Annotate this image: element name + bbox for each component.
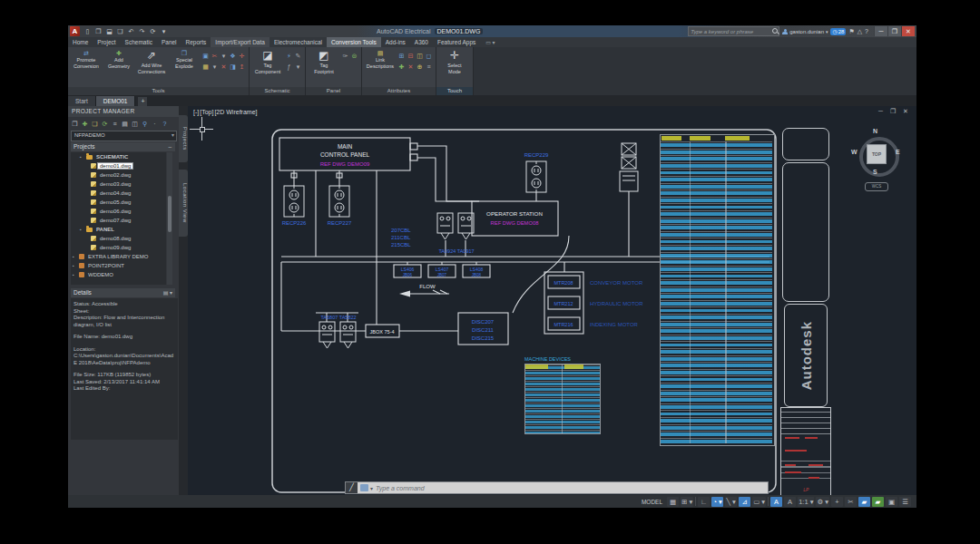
side-tab-projects[interactable]: Projects <box>179 115 188 162</box>
tool-icon[interactable]: ≡ <box>425 63 433 71</box>
tab-conversion-tools[interactable]: Conversion Tools <box>327 37 381 47</box>
tool-icon[interactable]: ✚ <box>397 63 406 71</box>
tree-node-point2point[interactable]: ▪ POINT2POINT <box>71 261 166 270</box>
plug-icon[interactable]: ⚲ <box>141 120 149 128</box>
tool-icon[interactable]: ⊞ <box>397 52 406 60</box>
expand-icon[interactable]: ▪ <box>80 228 84 232</box>
tree-node-demo01[interactable]: demo01.dwg <box>71 161 166 170</box>
drawing-list-icon[interactable]: ▤ <box>121 120 129 128</box>
graphics-performance-icon[interactable]: ▰ <box>858 497 870 507</box>
tab-project[interactable]: Project <box>93 37 120 47</box>
tab-schematic[interactable]: Schematic <box>121 37 157 47</box>
workspace-icon[interactable]: ⟳ <box>149 27 157 35</box>
link-descriptions-button[interactable]: ▤ Link Descriptions <box>365 49 396 69</box>
refresh-icon[interactable]: ⟳ <box>101 120 109 128</box>
new-drawing-tab-button[interactable]: + <box>138 97 147 106</box>
collapse-icon[interactable]: – <box>168 142 172 151</box>
tool-icon[interactable]: ↥ <box>238 63 246 71</box>
tool-icon[interactable]: ⚡ <box>285 52 293 60</box>
annotation-scale-control[interactable]: 1:1 ▾ <box>798 497 814 507</box>
scrollbar-thumb[interactable] <box>168 196 172 232</box>
tool-icon[interactable]: ✕ <box>407 63 415 71</box>
add-geometry-button[interactable]: ✚ Add Geometry <box>103 49 134 69</box>
tree-node-demo03[interactable]: demo03.dwg <box>71 180 166 189</box>
project-copy-icon[interactable]: ❏ <box>91 120 99 128</box>
tree-node-demo07[interactable]: demo07.dwg <box>71 216 166 225</box>
a360-sync-badge[interactable]: ◷ 28 <box>830 28 846 35</box>
command-recent-dropdown-icon[interactable]: ▾ <box>370 485 373 491</box>
tree-node-demo02[interactable]: demo02.dwg <box>71 170 166 180</box>
tab-a360[interactable]: A360 <box>410 37 433 47</box>
share-icon[interactable]: ⚑ <box>848 28 854 35</box>
tree-node-extra-library-demo[interactable]: ▪ EXTRA LIBRARY DEMO <box>71 252 166 261</box>
open-file-icon[interactable]: ❒ <box>94 27 103 35</box>
tab-featured-apps[interactable]: Featured Apps <box>433 37 480 47</box>
more-icon[interactable]: · <box>151 120 159 128</box>
tool-icon[interactable]: ◨ <box>229 63 237 71</box>
viewport-menu[interactable]: [-] <box>193 109 199 115</box>
tree-scrollbar[interactable] <box>167 152 172 285</box>
annotation-visibility-icon[interactable]: A <box>770 497 782 507</box>
tool-icon[interactable]: ⊟ <box>407 52 415 60</box>
annotation-monitor-icon[interactable]: + <box>831 497 843 507</box>
tab-import-export-data[interactable]: Import/Export Data <box>211 37 270 47</box>
special-explode-button[interactable]: ❐ Special Explode <box>169 49 200 69</box>
viewcube-top-face[interactable]: TOP <box>867 144 887 164</box>
undo-icon[interactable]: ↶ <box>127 27 135 35</box>
viewport-controls[interactable]: [-][Top][2D Wireframe] <box>193 109 258 115</box>
customization-icon[interactable]: ☰ <box>899 497 911 507</box>
polar-tracking-icon[interactable]: ◔ ▾ <box>711 497 723 507</box>
ortho-mode-icon[interactable]: ∟ <box>698 497 710 507</box>
compass-west[interactable]: W <box>851 149 858 155</box>
tag-footprint-button[interactable]: ◩ Tag Footprint <box>309 49 339 74</box>
side-tab-location-view[interactable]: Location View <box>179 170 188 237</box>
tree-node-demo04[interactable]: demo04.dwg <box>71 189 166 198</box>
details-section-header[interactable]: Details ▤ ▾ <box>71 288 175 297</box>
tool-icon[interactable]: ❖ <box>229 52 237 60</box>
redo-icon[interactable]: ↷ <box>138 27 146 35</box>
project-open-icon[interactable]: ❒ <box>71 120 79 128</box>
viewcube[interactable]: N W E S TOP WCS <box>851 128 902 197</box>
project-list-icon[interactable]: ≡ <box>111 120 119 128</box>
tree-node-demo05[interactable]: demo05.dwg <box>71 198 166 207</box>
quick-properties-icon[interactable]: ✂ <box>845 497 857 507</box>
tree-node-schematic[interactable]: ▪ SCHEMATIC <box>71 152 166 161</box>
command-prompt[interactable]: Type a command <box>376 485 425 491</box>
command-customize-icon[interactable] <box>360 484 368 491</box>
tool-icon[interactable]: ✛ <box>238 52 246 60</box>
tool-icon[interactable]: ⊕ <box>416 63 424 71</box>
model-space-label[interactable]: MODEL <box>642 499 662 505</box>
tree-node-demo09[interactable]: demo09.dwg <box>71 243 166 252</box>
drawing-window-controls[interactable]: ─ ❐ ✕ <box>878 108 911 115</box>
help-search-box[interactable] <box>688 26 779 36</box>
clean-screen-icon[interactable]: ▣ <box>886 497 897 507</box>
tool-icon[interactable]: ▣ <box>201 52 210 60</box>
compass-south[interactable]: S <box>873 169 877 175</box>
help-icon[interactable]: ? <box>865 28 868 34</box>
add-wire-connections-button[interactable]: ⇗ Add Wire Connections <box>136 49 167 74</box>
new-file-icon[interactable]: ▯ <box>83 27 92 35</box>
tool-icon[interactable]: ✂ <box>211 52 219 60</box>
drawing-canvas[interactable]: MAIN CONTROL PANEL REF DWG DEMO09 RECP22… <box>188 106 916 495</box>
visual-style-menu[interactable]: [2D Wireframe] <box>214 109 257 115</box>
minimize-button[interactable]: ─ <box>874 26 887 36</box>
tab-demo01[interactable]: DEMO01 <box>96 96 136 106</box>
save-icon[interactable]: ⬓ <box>105 27 113 35</box>
tool-icon[interactable]: ▾ <box>211 63 219 71</box>
search-icon[interactable] <box>772 28 779 34</box>
publish-icon[interactable]: ◫ <box>131 120 139 128</box>
command-line[interactable]: ╱ ▾ Type a command <box>345 481 769 494</box>
ribbon-display-toggle-icon[interactable]: ▭ ▾ <box>485 39 495 45</box>
tab-electromechanical[interactable]: Electromechanical <box>270 37 327 47</box>
autocad-logo-icon[interactable]: A <box>70 26 80 36</box>
palette-help-icon[interactable]: ? <box>161 120 169 128</box>
tab-panel[interactable]: Panel <box>157 37 181 47</box>
view-menu[interactable]: [Top] <box>200 109 213 115</box>
tool-icon[interactable]: ✎ <box>294 52 302 60</box>
tool-icon[interactable]: ▾ <box>294 63 302 71</box>
tree-node-panel[interactable]: ▪ PANEL <box>71 225 166 234</box>
tool-icon[interactable]: ◫ <box>416 52 424 60</box>
compass-east[interactable]: E <box>896 149 900 155</box>
expand-icon[interactable]: ▪ <box>73 255 77 259</box>
plot-icon[interactable]: ❏ <box>116 27 124 35</box>
